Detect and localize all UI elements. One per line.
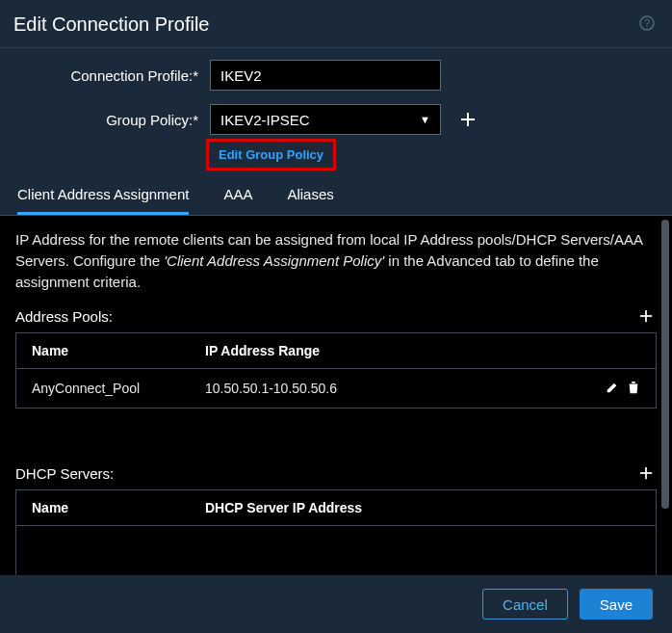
dhcp-servers-table: Name DHCP Server IP Address <box>15 489 657 575</box>
desc-italic: 'Client Address Assignment Policy' <box>164 252 384 269</box>
dialog-header: Edit Connection Profile ? <box>0 0 672 48</box>
tab-bar: Client Address Assignment AAA Aliases <box>0 178 672 215</box>
connection-profile-row: Connection Profile:* <box>17 60 655 91</box>
tab-aliases[interactable]: Aliases <box>287 178 333 215</box>
th-range: IP Address Range <box>190 333 656 368</box>
address-pools-table: Name IP Address Range AnyConnect_Pool 10… <box>15 332 657 409</box>
edit-icon[interactable] <box>606 381 619 397</box>
scrollbar[interactable] <box>661 220 669 509</box>
dhcp-servers-header: DHCP Servers: <box>15 462 657 484</box>
connection-profile-label: Connection Profile:* <box>17 67 210 84</box>
chevron-down-icon: ▼ <box>420 114 430 125</box>
tab-content: IP Address for the remote clients can be… <box>0 215 672 575</box>
tab-aaa[interactable]: AAA <box>223 178 252 215</box>
th-dhcp-ip: DHCP Server IP Address <box>190 490 656 525</box>
description-text: IP Address for the remote clients can be… <box>15 229 657 292</box>
form-area: Connection Profile:* Group Policy:* IKEV… <box>0 48 672 172</box>
row-actions <box>606 381 640 397</box>
address-pools-header: Address Pools: <box>15 305 657 327</box>
edit-connection-profile-dialog: Edit Connection Profile ? Connection Pro… <box>0 0 672 633</box>
save-button[interactable]: Save <box>580 589 653 620</box>
group-policy-row: Group Policy:* IKEV2-IPSEC ▼ <box>17 104 655 135</box>
th-dhcp-name: Name <box>16 490 190 525</box>
cancel-button[interactable]: Cancel <box>482 589 568 620</box>
add-dhcp-server-button[interactable] <box>635 462 657 484</box>
svg-text:?: ? <box>644 17 650 29</box>
delete-icon[interactable] <box>627 381 640 397</box>
help-icon[interactable]: ? <box>639 15 655 35</box>
tab-client-address-assignment[interactable]: Client Address Assignment <box>17 178 189 215</box>
pool-name: AnyConnect_Pool <box>32 381 205 396</box>
add-group-policy-button[interactable] <box>456 108 479 131</box>
group-policy-select[interactable]: IKEV2-IPSEC ▼ <box>210 104 441 135</box>
address-pools-label: Address Pools: <box>15 308 113 325</box>
group-policy-label: Group Policy:* <box>17 112 210 128</box>
edit-group-policy-wrap: Edit Group Policy <box>17 139 655 171</box>
table-row: AnyConnect_Pool 10.50.50.1-10.50.50.6 <box>16 369 656 408</box>
dhcp-servers-label: DHCP Servers: <box>15 465 114 482</box>
th-name: Name <box>16 333 190 368</box>
dialog-title: Edit Connection Profile <box>13 13 209 36</box>
dialog-footer: Cancel Save <box>0 575 672 633</box>
edit-group-policy-link[interactable]: Edit Group Policy <box>206 139 336 171</box>
pool-range: 10.50.50.1-10.50.50.6 <box>205 381 606 396</box>
connection-profile-input[interactable] <box>210 60 441 91</box>
group-policy-value: IKEV2-IPSEC <box>220 112 310 128</box>
dhcp-thead: Name DHCP Server IP Address <box>16 490 656 526</box>
add-address-pool-button[interactable] <box>635 305 657 327</box>
address-pools-thead: Name IP Address Range <box>16 333 656 369</box>
